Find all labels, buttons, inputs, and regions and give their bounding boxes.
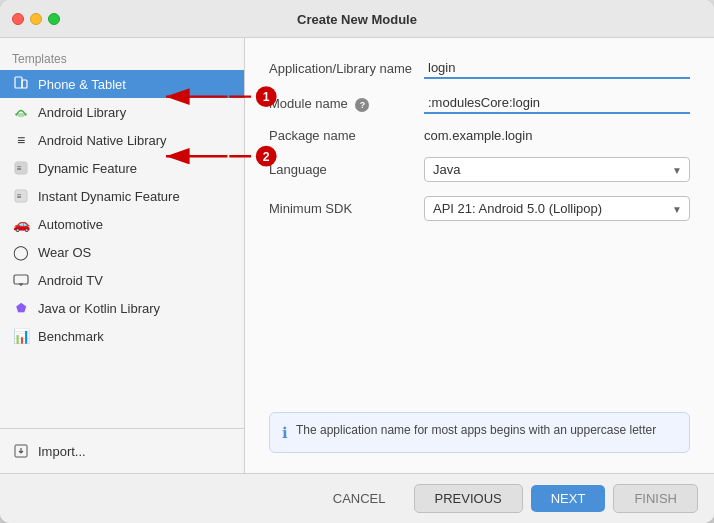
import-label: Import... [38,444,86,459]
title-bar: Create New Module [0,0,714,38]
sidebar-section-label: Templates [0,46,244,70]
main-panel: Application/Library name Module name ? P… [245,38,714,473]
traffic-lights [12,13,60,25]
next-button[interactable]: NEXT [531,485,606,512]
sidebar-item-instant-dynamic[interactable]: ≡ Instant Dynamic Feature [0,182,244,210]
module-name-help-icon[interactable]: ? [355,98,369,112]
dialog-footer: CANCEL PREVIOUS NEXT FINISH [0,473,714,523]
info-message: The application name for most apps begin… [296,423,656,437]
sidebar-item-wear-os[interactable]: ◯ Wear OS [0,238,244,266]
java-kotlin-icon: ⬟ [12,299,30,317]
sidebar-item-android-tv[interactable]: Android TV [0,266,244,294]
sidebar-item-android-library-label: Android Library [38,105,126,120]
sidebar-item-java-kotlin-label: Java or Kotlin Library [38,301,160,316]
svg-point-12 [24,113,26,115]
import-button[interactable]: Import... [0,437,244,465]
instant-dynamic-icon: ≡ [12,187,30,205]
app-name-row: Application/Library name [269,58,690,79]
min-sdk-select-wrapper: API 21: Android 5.0 (Lollipop) API 16: A… [424,196,690,221]
android-native-icon: ≡ [12,131,30,149]
svg-point-11 [15,113,17,115]
app-name-label: Application/Library name [269,61,424,76]
language-label: Language [269,162,424,177]
sidebar-item-dynamic-feature-label: Dynamic Feature [38,161,137,176]
info-box: ℹ The application name for most apps beg… [269,412,690,453]
android-library-icon [12,103,30,121]
android-tv-icon [12,271,30,289]
automotive-icon: 🚗 [12,215,30,233]
sidebar: Templates Phone & Tablet [0,38,245,473]
phone-tablet-icon [12,75,30,93]
module-name-label: Module name ? [269,96,424,112]
language-row: Language Java Kotlin ▼ [269,157,690,182]
min-sdk-select[interactable]: API 21: Android 5.0 (Lollipop) API 16: A… [424,196,690,221]
close-button[interactable] [12,13,24,25]
language-select-wrapper: Java Kotlin ▼ [424,157,690,182]
sidebar-footer: Import... [0,428,244,473]
svg-text:≡: ≡ [17,192,22,201]
sidebar-item-benchmark[interactable]: 📊 Benchmark [0,322,244,350]
min-sdk-row: Minimum SDK API 21: Android 5.0 (Lollipo… [269,196,690,221]
maximize-button[interactable] [48,13,60,25]
minimize-button[interactable] [30,13,42,25]
dialog-title: Create New Module [297,12,417,27]
sidebar-item-dynamic-feature[interactable]: ≡ Dynamic Feature [0,154,244,182]
finish-button[interactable]: FINISH [613,484,698,513]
app-name-input[interactable] [424,58,690,79]
svg-rect-18 [14,275,28,284]
sidebar-item-automotive-label: Automotive [38,217,103,232]
info-icon: ℹ [282,424,288,442]
sidebar-item-android-native[interactable]: ≡ Android Native Library [0,126,244,154]
dynamic-feature-icon: ≡ [12,159,30,177]
import-icon [12,442,30,460]
package-name-value: com.example.login [424,128,532,143]
sidebar-item-instant-dynamic-label: Instant Dynamic Feature [38,189,180,204]
sidebar-item-android-tv-label: Android TV [38,273,103,288]
wear-os-icon: ◯ [12,243,30,261]
benchmark-icon: 📊 [12,327,30,345]
package-name-label: Package name [269,128,424,143]
svg-rect-13 [18,113,24,117]
dialog-content: 1 2 Templates Phone & Tablet [0,38,714,473]
svg-text:≡: ≡ [17,164,22,173]
sidebar-item-wear-os-label: Wear OS [38,245,91,260]
previous-button[interactable]: PREVIOUS [414,484,523,513]
sidebar-item-automotive[interactable]: 🚗 Automotive [0,210,244,238]
sidebar-item-java-kotlin[interactable]: ⬟ Java or Kotlin Library [0,294,244,322]
sidebar-item-phone-tablet[interactable]: Phone & Tablet [0,70,244,98]
svg-rect-10 [22,80,27,88]
sidebar-item-phone-tablet-label: Phone & Tablet [38,77,126,92]
sidebar-item-benchmark-label: Benchmark [38,329,104,344]
module-name-input[interactable] [424,93,690,114]
sidebar-item-android-native-label: Android Native Library [38,133,167,148]
sidebar-item-android-library[interactable]: Android Library [0,98,244,126]
cancel-button[interactable]: CANCEL [313,485,406,512]
create-module-dialog: Create New Module 1 2 Templates [0,0,714,523]
min-sdk-label: Minimum SDK [269,201,424,216]
svg-rect-9 [15,77,22,88]
package-name-row: Package name com.example.login [269,128,690,143]
module-name-row: Module name ? [269,93,690,114]
language-select[interactable]: Java Kotlin [424,157,690,182]
